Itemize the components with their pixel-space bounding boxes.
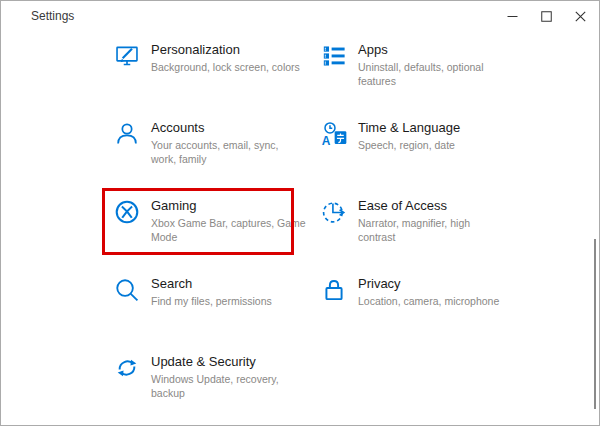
window-title: Settings — [31, 9, 74, 23]
xbox-icon — [114, 199, 140, 225]
minimize-button[interactable] — [495, 1, 529, 31]
update-security-icon — [114, 355, 140, 381]
settings-window: { "window": { "title": "Settings", "cont… — [0, 0, 600, 426]
tile-subtitle: Narrator, magnifier, high contrast — [358, 216, 470, 244]
close-button[interactable] — [563, 1, 597, 31]
tile-apps[interactable]: Apps Uninstall, defaults, optional featu… — [309, 32, 521, 102]
svg-text:A: A — [322, 134, 331, 147]
privacy-icon — [321, 277, 347, 303]
tile-update-security[interactable]: Update & Security Windows Update, recove… — [102, 344, 314, 414]
accounts-icon — [114, 121, 140, 147]
close-icon — [575, 11, 586, 22]
tile-title: Search — [151, 275, 272, 292]
tile-subtitle: Uninstall, defaults, optional features — [358, 60, 484, 88]
tile-title: Ease of Access — [358, 197, 470, 214]
tile-privacy[interactable]: Privacy Location, camera, microphone — [309, 266, 521, 336]
search-icon — [114, 277, 140, 303]
window-controls — [495, 1, 597, 31]
personalization-icon — [114, 43, 140, 69]
tile-subtitle: Location, camera, microphone — [358, 294, 499, 308]
tile-title: Personalization — [151, 41, 300, 58]
tile-subtitle: Your accounts, email, sync, work, family — [151, 138, 278, 166]
tile-subtitle: Windows Update, recovery, backup — [151, 372, 279, 400]
minimize-icon — [507, 11, 518, 22]
tile-title: Gaming — [151, 197, 306, 214]
tile-subtitle: Find my files, permissions — [151, 294, 272, 308]
titlebar: Settings — [1, 1, 599, 31]
tile-subtitle: Xbox Game Bar, captures, Game Mode — [151, 216, 306, 244]
tile-title: Time & Language — [358, 119, 460, 136]
tile-time-language[interactable]: A Time & Language Speech, region, date — [309, 110, 521, 180]
scrollbar-thumb[interactable] — [594, 239, 596, 409]
maximize-icon — [541, 11, 552, 22]
tile-title: Apps — [358, 41, 484, 58]
tile-subtitle: Background, lock screen, colors — [151, 60, 300, 74]
tile-personalization[interactable]: Personalization Background, lock screen,… — [102, 32, 314, 102]
ease-of-access-icon — [321, 199, 347, 225]
tile-title: Update & Security — [151, 353, 279, 370]
maximize-button[interactable] — [529, 1, 563, 31]
tile-gaming[interactable]: Gaming Xbox Game Bar, captures, Game Mod… — [102, 188, 314, 258]
apps-icon — [321, 43, 347, 69]
tile-accounts[interactable]: Accounts Your accounts, email, sync, wor… — [102, 110, 314, 180]
tile-search[interactable]: Search Find my files, permissions — [102, 266, 314, 336]
tile-title: Privacy — [358, 275, 499, 292]
tile-title: Accounts — [151, 119, 278, 136]
time-language-icon: A — [321, 121, 347, 147]
tile-subtitle: Speech, region, date — [358, 138, 460, 152]
tile-ease-of-access[interactable]: Ease of Access Narrator, magnifier, high… — [309, 188, 521, 258]
